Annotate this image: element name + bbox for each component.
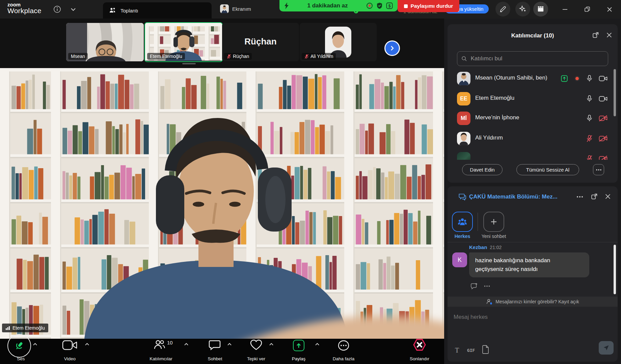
mute-all-button[interactable]: Tümünü Sessize Al bbox=[516, 164, 579, 175]
speaker-person bbox=[0, 68, 444, 339]
shield-check-icon[interactable] bbox=[376, 2, 383, 9]
participant-row[interactable]: Mİ Merve’nin İphone bbox=[448, 109, 618, 128]
participants-label: Katılımcılar bbox=[137, 356, 185, 361]
chat-scrollbar[interactable] bbox=[614, 245, 616, 294]
camera-on-icon[interactable] bbox=[599, 75, 608, 82]
audio-button[interactable] bbox=[7, 334, 31, 358]
video-options-chevron[interactable] bbox=[84, 342, 90, 346]
participant-row[interactable]: Msean (Oturum Sahibi, ben) bbox=[448, 69, 618, 88]
chat-more-button[interactable] bbox=[576, 196, 583, 198]
attach-file-button[interactable] bbox=[482, 345, 489, 354]
meeting-info-icon[interactable] bbox=[53, 5, 61, 13]
message-bubble[interactable]: hazine bakanlığına bankadan geçtiyseniz … bbox=[469, 252, 589, 277]
avatar bbox=[457, 132, 470, 145]
chat-popout-button[interactable] bbox=[591, 193, 598, 200]
next-videos-button[interactable] bbox=[384, 40, 400, 56]
tab-new-chat[interactable] bbox=[483, 212, 504, 232]
participants-scrollbar[interactable] bbox=[614, 69, 616, 116]
chevron-down-icon[interactable] bbox=[70, 7, 76, 11]
ai-companion-button[interactable] bbox=[515, 2, 530, 17]
participants-close-button[interactable] bbox=[605, 31, 613, 39]
mic-on-icon[interactable] bbox=[586, 114, 593, 122]
participant-search[interactable] bbox=[457, 51, 608, 66]
message-sender: Kezban bbox=[469, 244, 487, 250]
mic-muted-icon bbox=[227, 54, 231, 59]
participant-name: Merve’nin İphone bbox=[475, 114, 519, 121]
reactions-button[interactable] bbox=[250, 339, 263, 351]
close-icon bbox=[605, 31, 613, 39]
participant-row[interactable]: Ali Yıldırım bbox=[448, 129, 618, 148]
share-screen-button[interactable] bbox=[293, 340, 304, 351]
video-button[interactable] bbox=[62, 340, 78, 351]
chat-input[interactable] bbox=[453, 313, 610, 321]
video-tile-ruchan[interactable]: Rüçhan Rüçhan bbox=[222, 23, 299, 61]
video-tile-msean[interactable]: Msean bbox=[66, 23, 144, 61]
format-text-button[interactable]: T bbox=[455, 346, 459, 354]
reply-in-thread-icon[interactable] bbox=[470, 283, 478, 290]
audio-label: Ses bbox=[0, 356, 45, 361]
participants-button[interactable]: 10 bbox=[154, 340, 173, 350]
apps-button[interactable] bbox=[533, 2, 548, 17]
end-meeting-button[interactable] bbox=[412, 338, 427, 351]
people-icon bbox=[109, 7, 116, 13]
zoom-workplace-logo: zoom Workplace bbox=[7, 2, 42, 14]
tab-everyone[interactable] bbox=[452, 212, 473, 232]
search-input[interactable] bbox=[470, 55, 604, 62]
chat-panel: ÇAKÜ Matematik Bölümü: Mez... Herkes Yen… bbox=[448, 186, 618, 362]
tab-screen-label: Ekranım bbox=[232, 6, 251, 12]
tab-meeting-label: Toplantı bbox=[120, 8, 138, 13]
invite-button[interactable]: Davet Edin bbox=[462, 164, 503, 175]
payment-icon[interactable]: $ bbox=[386, 2, 393, 9]
filmstrip-resize-handle[interactable] bbox=[182, 63, 196, 64]
mic-muted-icon[interactable] bbox=[586, 134, 593, 143]
participants-more-button[interactable] bbox=[593, 164, 604, 175]
close-window-button[interactable] bbox=[605, 5, 614, 13]
gif-button[interactable]: GIF bbox=[467, 348, 475, 353]
share-up-arrow-icon bbox=[296, 342, 301, 348]
chat-privacy-notice[interactable]: Mesajlarınızı kimler görebilir? Kayıt aç… bbox=[448, 297, 618, 307]
camera-off-icon[interactable] bbox=[599, 135, 608, 142]
flash-icon bbox=[284, 2, 289, 9]
camera-on-icon[interactable] bbox=[599, 95, 608, 102]
restore-icon bbox=[583, 5, 591, 13]
screen-tab-avatar bbox=[220, 4, 229, 13]
audio-options-chevron[interactable] bbox=[32, 342, 38, 346]
meeting-timer-banner[interactable]: 1 dakikadan az $ bbox=[279, 0, 398, 11]
stop-share-button[interactable]: Paylaşımı durdur bbox=[398, 0, 459, 12]
mic-on-icon[interactable] bbox=[586, 95, 593, 103]
mic-on-icon[interactable] bbox=[586, 74, 593, 83]
mic-muted-icon[interactable] bbox=[586, 155, 593, 160]
reactions-label: Tepki ver bbox=[233, 356, 280, 361]
more-button[interactable] bbox=[338, 340, 350, 351]
pencil-icon bbox=[499, 5, 507, 13]
record-status-icon[interactable] bbox=[366, 2, 373, 9]
participant-row[interactable]: EE Etem Etemoğlu bbox=[448, 89, 618, 109]
search-icon bbox=[461, 56, 467, 62]
chat-button[interactable] bbox=[209, 340, 221, 351]
participants-popout-button[interactable] bbox=[592, 31, 599, 39]
end-hexagon-icon bbox=[412, 338, 427, 351]
audio-level-icon bbox=[5, 326, 10, 330]
chat-options-chevron[interactable] bbox=[227, 342, 232, 346]
message-more-icon[interactable] bbox=[484, 285, 490, 287]
chat-close-button[interactable] bbox=[604, 193, 612, 200]
participant-row[interactable] bbox=[448, 149, 618, 160]
avatar bbox=[457, 72, 470, 85]
annotate-button[interactable] bbox=[495, 2, 510, 17]
send-message-button[interactable] bbox=[599, 341, 614, 355]
participants-options-chevron[interactable] bbox=[184, 342, 189, 346]
restore-button[interactable] bbox=[583, 5, 591, 13]
main-speaker-video[interactable]: Etem Etemoğlu bbox=[0, 68, 444, 339]
tab-meeting[interactable]: Toplantı bbox=[103, 2, 212, 19]
camera-off-icon[interactable] bbox=[599, 155, 608, 160]
tile-name-badge: Etem Etemoğlu bbox=[147, 53, 185, 60]
video-tile-ali[interactable]: Ali Yıldırım bbox=[300, 23, 377, 61]
share-options-chevron[interactable] bbox=[315, 342, 320, 346]
camera-off-icon[interactable] bbox=[599, 115, 608, 122]
tab-screen[interactable]: Ekranım bbox=[220, 4, 251, 13]
minimize-button[interactable] bbox=[561, 5, 569, 13]
reactions-options-chevron[interactable] bbox=[269, 342, 274, 346]
tile-center-name: Rüçhan bbox=[222, 36, 299, 47]
video-tile-etem[interactable]: Etem Etemoğlu bbox=[144, 22, 223, 62]
avatar: Mİ bbox=[457, 112, 470, 125]
